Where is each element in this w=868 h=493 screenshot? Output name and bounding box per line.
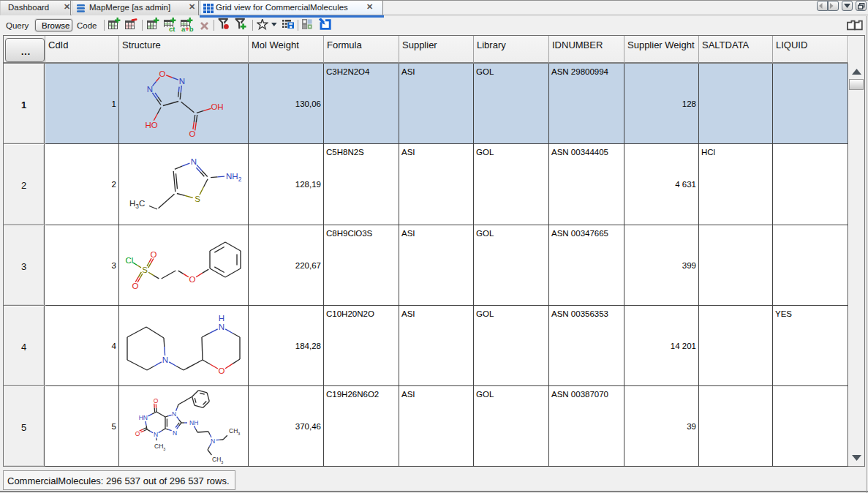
- svg-text:NH2: NH2: [226, 172, 242, 183]
- svg-text:N: N: [191, 157, 197, 166]
- svg-text:O: O: [132, 282, 139, 290]
- svg-text:O: O: [219, 366, 225, 375]
- svg-text:N: N: [162, 355, 168, 364]
- svg-text:N: N: [211, 437, 215, 445]
- svg-text:N: N: [147, 85, 153, 94]
- svg-text:N: N: [154, 431, 158, 438]
- svg-text:O: O: [151, 250, 157, 259]
- svg-text:OH: OH: [211, 102, 223, 111]
- svg-text:Cl: Cl: [126, 256, 134, 265]
- svg-text:CH3​: CH3​: [229, 427, 240, 436]
- svg-text:H3 C: H3 C: [129, 199, 145, 210]
- svg-text:HO: HO: [145, 121, 157, 129]
- svg-text:O: O: [189, 129, 196, 138]
- svg-text:O: O: [154, 397, 159, 404]
- svg-text:O: O: [189, 275, 196, 284]
- svg-text:N: N: [173, 429, 177, 437]
- svg-text:CH3​: CH3​: [212, 456, 223, 464]
- svg-text:S: S: [142, 266, 148, 274]
- svg-text:NH: NH: [189, 419, 198, 426]
- svg-text:N: N: [179, 77, 185, 86]
- svg-text:S: S: [195, 195, 200, 203]
- svg-text:O: O: [135, 430, 140, 437]
- svg-text:N: N: [172, 410, 176, 418]
- svg-text:N: N: [219, 323, 224, 331]
- svg-text:CH3​: CH3​: [154, 443, 165, 451]
- svg-text:O: O: [159, 69, 166, 78]
- svg-text:HN: HN: [139, 414, 148, 421]
- svg-text:H: H: [219, 314, 224, 323]
